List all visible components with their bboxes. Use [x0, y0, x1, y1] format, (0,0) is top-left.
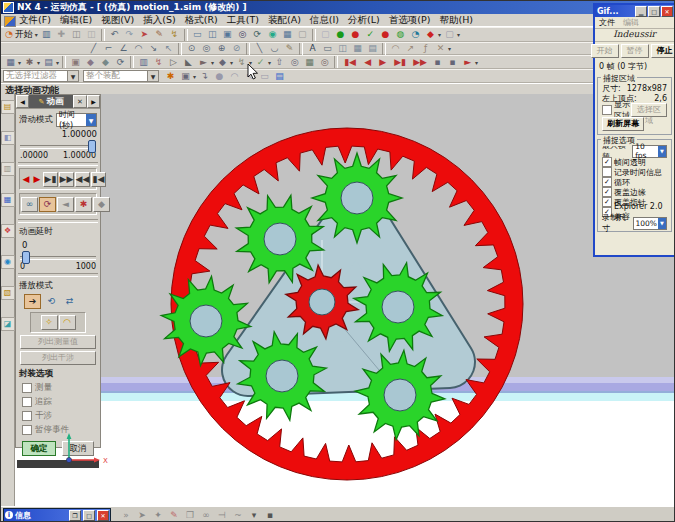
time-slider[interactable]: [20, 140, 96, 151]
toolbar-icon[interactable]: ▪: [445, 56, 460, 69]
toolbar-icon[interactable]: ↘: [146, 42, 161, 55]
cancel-button[interactable]: 取消: [62, 441, 94, 456]
gear-icon[interactable]: ✱: [75, 197, 92, 212]
checkbox-icon[interactable]: ✓: [602, 157, 612, 167]
capture-option[interactable]: 记录时间信息: [600, 167, 669, 177]
toolbar-icon[interactable]: ✓: [363, 28, 378, 41]
checkbox-icon[interactable]: [22, 383, 32, 393]
dropdown-arrow-icon[interactable]: ▾: [475, 59, 478, 66]
toolbar-icon[interactable]: ◪: [1, 317, 15, 331]
toolbar-icon[interactable]: ◉: [1, 255, 15, 269]
capture-option[interactable]: ✓循环: [600, 177, 669, 187]
dropdown-arrow-icon[interactable]: ▾: [438, 31, 441, 38]
toolbar-icon[interactable]: ▣: [68, 56, 83, 69]
dropdown-arrow-icon[interactable]: ▾: [193, 73, 196, 80]
toolbar-icon[interactable]: ●: [212, 70, 227, 83]
toolbar-icon[interactable]: ◎: [287, 56, 302, 69]
dropdown-arrow-icon[interactable]: ▾: [268, 59, 271, 66]
close-button[interactable]: ✕: [661, 6, 673, 17]
toolbar-icon[interactable]: ◎: [317, 56, 332, 69]
maximize-button[interactable]: □: [648, 6, 660, 17]
checkbox-icon[interactable]: ✓: [602, 187, 612, 197]
tab-scroll-right-button[interactable]: ▶: [87, 95, 100, 108]
toolbar-icon[interactable]: ▢: [295, 28, 310, 41]
planet-bore[interactable]: [190, 305, 222, 337]
start-menu-button[interactable]: ◔开始: [3, 28, 35, 41]
toolbar-icon[interactable]: ▦: [350, 42, 365, 55]
fps-select[interactable]: 10 fps ▼: [632, 145, 667, 158]
toolbar-icon[interactable]: ▶▮: [390, 56, 410, 69]
toolbar-icon[interactable]: ▷: [166, 56, 181, 69]
dropdown-arrow-icon[interactable]: ▾: [249, 59, 252, 66]
toolbar-icon[interactable]: ◠: [388, 42, 403, 55]
toolbar-icon[interactable]: ▧: [1, 286, 15, 300]
toolbar-icon[interactable]: ▤: [272, 70, 287, 83]
toolbar-icon[interactable]: ◣: [181, 56, 196, 69]
toolbar-icon[interactable]: ↷: [122, 28, 137, 41]
tab-animation[interactable]: ✎ 动画: [29, 95, 73, 108]
play-forward-icon[interactable]: ▶: [32, 173, 42, 186]
toolbar-icon[interactable]: ∞: [200, 509, 212, 522]
dropdown-arrow-icon[interactable]: ▾: [457, 31, 460, 38]
toolbar-icon[interactable]: ◔: [408, 28, 423, 41]
toolbar-icon[interactable]: ~: [232, 509, 244, 522]
marker-icon[interactable]: ◆: [93, 197, 110, 212]
toolbar-icon[interactable]: »: [120, 509, 132, 522]
chevron-down-icon[interactable]: ▼: [658, 146, 666, 157]
toolbar-icon[interactable]: ⟳: [250, 28, 265, 41]
dropdown-arrow-icon[interactable]: ▾: [18, 59, 21, 66]
show-area-checkbox[interactable]: 显示区域: [602, 105, 631, 115]
toolbar-icon[interactable]: ▭: [190, 28, 205, 41]
toolbar-icon[interactable]: ▪: [430, 56, 445, 69]
toolbar-icon[interactable]: ◫: [205, 28, 220, 41]
toolbar-icon[interactable]: ↖: [242, 70, 257, 83]
selection-filter-combo[interactable]: 无选择过滤器 ▼: [3, 70, 79, 82]
checkbox-icon[interactable]: [22, 397, 32, 407]
dropdown-arrow-icon[interactable]: ▾: [56, 59, 59, 66]
toolbar-icon[interactable]: ▣: [178, 70, 193, 83]
toolbar-icon[interactable]: ▢: [318, 28, 333, 41]
animation-export-icon[interactable]: ⟳: [39, 197, 56, 212]
toolbar-icon[interactable]: ▮◀: [340, 56, 360, 69]
toolbar-icon[interactable]: ▢: [442, 28, 457, 41]
toolbar-icon[interactable]: ➤: [137, 28, 152, 41]
select-area-button[interactable]: 选择区域: [631, 103, 667, 117]
chevron-down-icon[interactable]: ▼: [86, 114, 96, 126]
toolbar-icon[interactable]: ▦: [280, 28, 295, 41]
toolbar-icon[interactable]: ✕: [433, 42, 448, 55]
toolbar-icon[interactable]: ✦: [152, 509, 164, 522]
record-size-select[interactable]: 100% ▼: [633, 217, 667, 230]
linkage-icon[interactable]: ◠: [59, 315, 76, 330]
planet-bore[interactable]: [384, 379, 416, 411]
menu-item[interactable]: 编辑(E): [60, 14, 92, 27]
toolbar-icon[interactable]: ▥: [136, 56, 151, 69]
menu-item[interactable]: 装配(A): [268, 14, 301, 27]
packaging-option[interactable]: 追踪: [16, 395, 100, 409]
dropdown-arrow-icon[interactable]: ▾: [448, 45, 451, 52]
minimize-button[interactable]: ▁: [635, 6, 647, 17]
toolbar-icon[interactable]: ↯: [167, 28, 182, 41]
close-button[interactable]: ✕: [97, 510, 109, 521]
toolbar-icon[interactable]: ↴: [197, 70, 212, 83]
gif-menu-edit[interactable]: 编辑: [623, 17, 639, 28]
toolbar-icon[interactable]: ◎: [199, 42, 214, 55]
capture-option[interactable]: ✓覆盖边缘: [600, 187, 669, 197]
sun-bore[interactable]: [309, 289, 335, 315]
toolbar-icon[interactable]: ►: [196, 56, 211, 69]
dropdown-arrow-icon[interactable]: ▾: [230, 59, 233, 66]
toolbar-icon[interactable]: ◆: [215, 56, 230, 69]
toolbar-icon[interactable]: ▪: [264, 509, 276, 522]
loop-mode-button[interactable]: ⟲: [44, 295, 59, 308]
toolbar-icon[interactable]: ◉: [265, 28, 280, 41]
toolbar-icon[interactable]: ◧: [1, 131, 15, 145]
tab-scroll-left-button[interactable]: ◀: [16, 95, 29, 108]
toolbar-icon[interactable]: ●: [333, 28, 348, 41]
toolbar-icon[interactable]: ⊘: [229, 42, 244, 55]
toolbar-icon[interactable]: ◠: [227, 70, 242, 83]
menu-item[interactable]: 插入(S): [143, 14, 175, 27]
toolbar-icon[interactable]: ▭: [320, 42, 335, 55]
restore-button[interactable]: ❐: [69, 510, 81, 521]
joint-icon[interactable]: ✧: [41, 315, 58, 330]
checkbox-icon[interactable]: [602, 167, 612, 177]
toolbar-icon[interactable]: ▥: [1, 162, 15, 176]
